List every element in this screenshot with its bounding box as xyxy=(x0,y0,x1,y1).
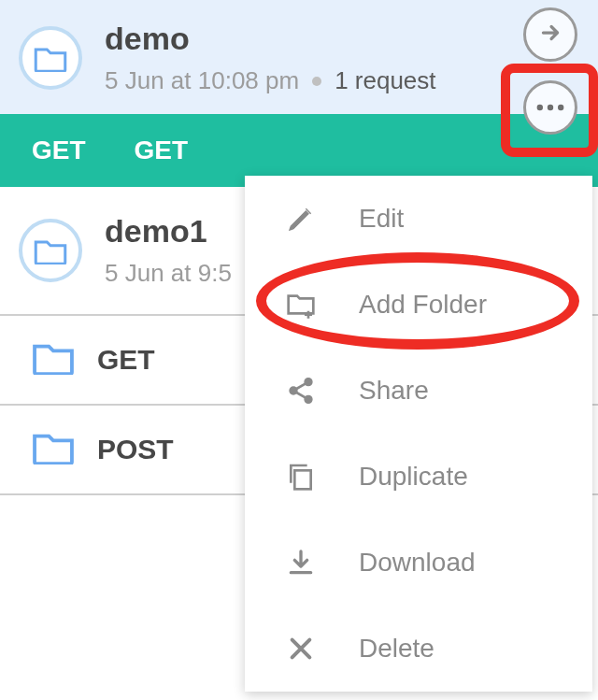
share-icon xyxy=(282,372,320,409)
more-actions-button[interactable] xyxy=(523,80,577,135)
svg-point-5 xyxy=(305,395,312,403)
svg-point-0 xyxy=(537,105,543,110)
menu-item-delete[interactable]: Delete xyxy=(245,606,592,692)
folder-icon xyxy=(19,26,82,90)
duplicate-icon xyxy=(282,458,320,495)
menu-label: Delete xyxy=(359,634,434,664)
svg-point-1 xyxy=(548,105,553,110)
menu-label: Share xyxy=(359,376,429,406)
tab-get-1[interactable]: GET xyxy=(32,136,86,165)
folder-icon xyxy=(32,429,97,471)
folder-icon xyxy=(19,219,82,282)
menu-item-duplicate[interactable]: Duplicate xyxy=(245,434,592,520)
menu-item-download[interactable]: Download xyxy=(245,520,592,606)
arrow-right-icon xyxy=(538,21,562,49)
svg-point-3 xyxy=(290,387,297,394)
request-method: POST xyxy=(97,434,174,465)
svg-rect-6 xyxy=(294,470,310,489)
collection-meta: 5 Jun at 10:08 pm 1 request xyxy=(105,66,436,95)
folder-plus-icon xyxy=(282,286,320,323)
collection-title: demo1 xyxy=(105,213,232,250)
svg-point-2 xyxy=(558,105,563,110)
collection-date: 5 Jun at 10:08 pm xyxy=(105,66,299,95)
menu-label: Download xyxy=(359,548,476,578)
tab-get-2[interactable]: GET xyxy=(135,136,189,165)
menu-label: Duplicate xyxy=(359,462,468,492)
download-icon xyxy=(282,544,320,581)
close-icon xyxy=(282,630,320,667)
folder-icon xyxy=(32,339,97,381)
actions-dropdown: Edit Add Folder Share Duplicate Download… xyxy=(245,176,592,692)
menu-item-share[interactable]: Share xyxy=(245,348,592,434)
collection-date: 5 Jun at 9:5 xyxy=(105,259,232,288)
expand-button[interactable] xyxy=(523,7,577,62)
more-dots-icon xyxy=(535,99,565,116)
selected-collection-row[interactable]: demo 5 Jun at 10:08 pm 1 request xyxy=(0,0,598,114)
menu-item-add-folder[interactable]: Add Folder xyxy=(245,262,592,348)
menu-label: Edit xyxy=(359,204,404,234)
menu-item-edit[interactable]: Edit xyxy=(245,176,592,262)
meta-separator-dot xyxy=(312,77,321,86)
request-count: 1 request xyxy=(335,66,435,95)
request-method: GET xyxy=(97,344,155,376)
collection-title: demo xyxy=(105,21,436,57)
pencil-icon xyxy=(282,200,320,237)
svg-point-4 xyxy=(305,379,312,386)
menu-label: Add Folder xyxy=(359,290,487,320)
